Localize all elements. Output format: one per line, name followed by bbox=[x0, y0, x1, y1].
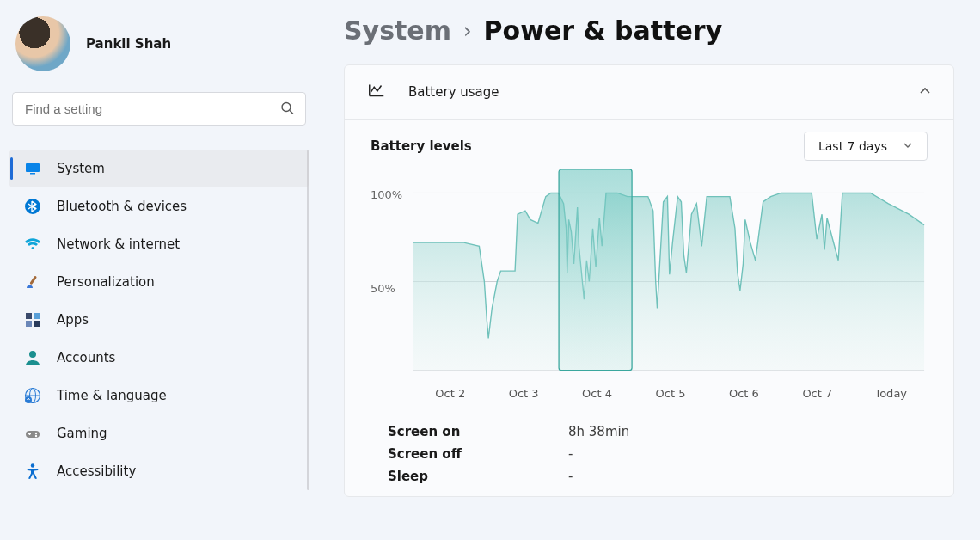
svg-rect-24 bbox=[559, 169, 632, 371]
breadcrumb: System › Power & battery bbox=[344, 15, 954, 46]
chart-ytick: 100% bbox=[371, 188, 402, 201]
time-range-dropdown[interactable]: Last 7 days bbox=[804, 132, 928, 161]
main-content: System › Power & battery Battery usage bbox=[318, 0, 980, 540]
chart-xtick: Oct 2 bbox=[413, 387, 487, 400]
stat-label: Screen on bbox=[388, 424, 568, 439]
sidebar-item-label: Accounts bbox=[57, 350, 115, 365]
sidebar-item-time-language[interactable]: Time & language bbox=[9, 377, 309, 414]
svg-point-16 bbox=[35, 433, 37, 434]
svg-rect-19 bbox=[29, 433, 30, 435]
svg-point-20 bbox=[31, 463, 34, 467]
battery-levels-title: Battery levels bbox=[371, 138, 472, 154]
gamepad-icon bbox=[24, 425, 41, 442]
sidebar-item-label: Network & internet bbox=[57, 236, 180, 252]
stat-value: - bbox=[568, 446, 573, 462]
svg-rect-7 bbox=[34, 313, 40, 319]
chevron-down-icon bbox=[903, 140, 913, 153]
chart-xtick: Today bbox=[854, 387, 928, 400]
battery-usage-title: Battery usage bbox=[408, 84, 499, 100]
sidebar-item-label: Bluetooth & devices bbox=[57, 199, 187, 214]
battery-usage-card: Battery usage Battery levels Last 7 days bbox=[344, 64, 954, 497]
sidebar-item-system[interactable]: System bbox=[9, 150, 309, 187]
svg-rect-8 bbox=[26, 321, 32, 327]
breadcrumb-current: Power & battery bbox=[484, 15, 723, 46]
search-input[interactable] bbox=[12, 92, 306, 126]
battery-levels-chart[interactable]: 100% 50% Oct 2Oct 3Oct 4Oct 5Oct 6Oct 7T… bbox=[371, 168, 928, 400]
stat-value: - bbox=[568, 469, 573, 484]
chart-xtick: Oct 4 bbox=[560, 387, 634, 400]
svg-rect-2 bbox=[26, 163, 40, 172]
chart-xtick: Oct 7 bbox=[781, 387, 854, 400]
chart-xticks: Oct 2Oct 3Oct 4Oct 5Oct 6Oct 7Today bbox=[371, 387, 928, 400]
sidebar-search bbox=[12, 92, 306, 126]
brush-icon bbox=[24, 273, 41, 291]
monitor-icon bbox=[24, 160, 41, 177]
sidebar-item-label: Personalization bbox=[57, 274, 155, 290]
sidebar-item-apps[interactable]: Apps bbox=[9, 301, 309, 339]
apps-icon bbox=[24, 311, 41, 328]
chart-xtick: Oct 6 bbox=[707, 387, 781, 400]
chevron-up-icon[interactable] bbox=[919, 85, 931, 100]
settings-sidebar: Pankil Shah SystemBluetooth & devicesNet… bbox=[0, 0, 318, 540]
stat-label: Screen off bbox=[388, 446, 568, 462]
svg-rect-6 bbox=[26, 313, 32, 319]
svg-point-10 bbox=[29, 351, 36, 358]
stat-row: Screen on8h 38min bbox=[388, 420, 928, 443]
sidebar-item-accessibility[interactable]: Accessibility bbox=[9, 452, 309, 490]
svg-line-1 bbox=[290, 110, 293, 114]
svg-rect-3 bbox=[30, 173, 35, 175]
bluetooth-icon bbox=[24, 198, 41, 215]
stat-label: Sleep bbox=[388, 469, 568, 484]
sidebar-item-bluetooth-devices[interactable]: Bluetooth & devices bbox=[9, 187, 309, 225]
breadcrumb-separator: › bbox=[463, 19, 472, 43]
sidebar-item-personalization[interactable]: Personalization bbox=[9, 263, 309, 301]
globe-icon bbox=[24, 387, 41, 404]
sidebar-item-network-internet[interactable]: Network & internet bbox=[9, 225, 309, 263]
profile-name: Pankil Shah bbox=[86, 36, 171, 52]
wifi-icon bbox=[24, 236, 41, 253]
stat-value: 8h 38min bbox=[568, 424, 629, 439]
svg-rect-15 bbox=[26, 431, 40, 438]
stat-row: Screen off- bbox=[388, 443, 928, 465]
chart-icon bbox=[367, 81, 386, 103]
battery-usage-header[interactable]: Battery usage bbox=[345, 65, 953, 120]
chart-xtick: Oct 3 bbox=[487, 387, 560, 400]
chart-xtick: Oct 5 bbox=[634, 387, 707, 400]
accessibility-icon bbox=[24, 463, 41, 480]
sidebar-item-label: Accessibility bbox=[57, 463, 136, 479]
svg-rect-9 bbox=[34, 321, 40, 327]
sidebar-nav: SystemBluetooth & devicesNetwork & inter… bbox=[9, 150, 309, 490]
person-icon bbox=[24, 349, 41, 366]
time-range-value: Last 7 days bbox=[818, 139, 887, 153]
svg-rect-5 bbox=[29, 276, 37, 285]
sidebar-item-gaming[interactable]: Gaming bbox=[9, 414, 309, 452]
sidebar-item-label: System bbox=[57, 161, 105, 176]
svg-point-17 bbox=[35, 435, 37, 437]
sidebar-item-accounts[interactable]: Accounts bbox=[9, 339, 309, 377]
svg-point-0 bbox=[282, 102, 291, 111]
search-icon[interactable] bbox=[280, 101, 294, 117]
avatar bbox=[15, 16, 70, 71]
profile-block[interactable]: Pankil Shah bbox=[9, 13, 309, 89]
chart-ytick: 50% bbox=[371, 282, 395, 295]
battery-stats: Screen on8h 38minScreen off-Sleep- bbox=[371, 420, 928, 488]
sidebar-item-label: Time & language bbox=[57, 388, 167, 403]
sidebar-item-label: Gaming bbox=[57, 426, 107, 441]
sidebar-item-label: Apps bbox=[57, 312, 89, 328]
breadcrumb-parent[interactable]: System bbox=[344, 15, 451, 46]
stat-row: Sleep- bbox=[388, 465, 928, 488]
